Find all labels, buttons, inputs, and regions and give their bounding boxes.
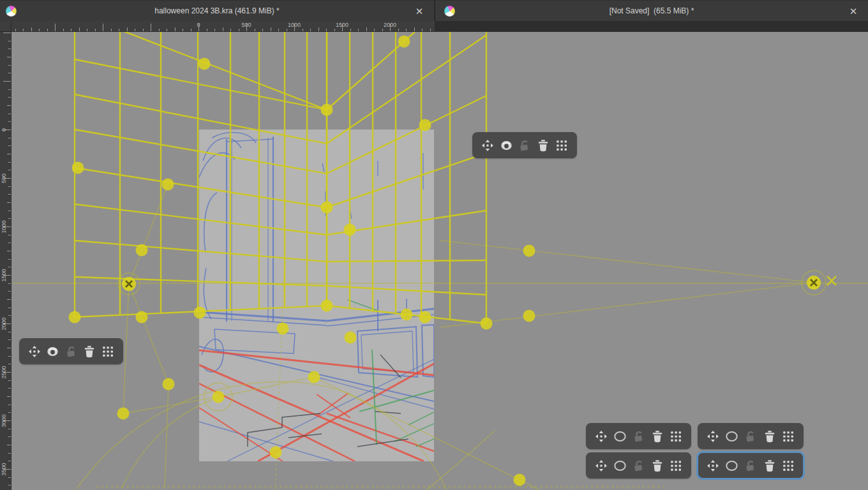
ruler-tick — [71, 29, 71, 31]
ruler-tick — [7, 396, 11, 397]
ruler-tick — [358, 29, 359, 31]
eye-icon[interactable] — [46, 345, 60, 359]
assistant-handle[interactable] — [419, 119, 431, 131]
ruler-tick — [8, 114, 11, 114]
assistant-handle[interactable] — [69, 311, 81, 323]
ruler-tick — [430, 29, 431, 31]
assistant-handle[interactable] — [344, 224, 356, 236]
ruler-tick — [95, 29, 96, 31]
canvas[interactable] — [0, 0, 868, 490]
assistant-handle[interactable] — [345, 332, 357, 344]
move-icon[interactable] — [27, 345, 41, 359]
ruler-tick — [366, 27, 367, 31]
lock-icon[interactable] — [518, 138, 532, 152]
assistant-handle[interactable] — [270, 447, 282, 459]
assistant-handle[interactable] — [321, 104, 333, 116]
vertical-ruler[interactable]: 0500100015002000250030003500 — [0, 32, 11, 490]
ruler-tick — [7, 251, 11, 251]
ruler-tick — [239, 29, 239, 31]
ruler-tick — [262, 29, 263, 31]
move-icon[interactable] — [706, 459, 720, 473]
assistant-editor-toolbar[interactable] — [586, 452, 691, 479]
assistant-handle[interactable] — [481, 318, 493, 330]
grid-icon[interactable] — [781, 429, 795, 443]
assistant-editor-toolbar[interactable] — [698, 452, 804, 479]
ruler-tick — [8, 194, 11, 195]
close-icon[interactable]: ✕ — [412, 4, 426, 19]
grid-icon[interactable] — [101, 345, 115, 359]
ruler-tick — [8, 477, 11, 478]
assistant-handle[interactable] — [523, 310, 535, 322]
ruler-tick — [334, 29, 335, 31]
move-icon[interactable] — [594, 429, 608, 443]
eye-icon[interactable] — [725, 429, 739, 443]
assistant-handle[interactable] — [136, 244, 148, 256]
assistant-handle[interactable] — [523, 245, 535, 257]
document-title: halloween 2024 3B.kra (461.9 MiB) * — [0, 1, 434, 22]
grid-icon[interactable] — [669, 429, 683, 443]
ruler-tick — [255, 29, 255, 31]
trash-icon[interactable] — [650, 429, 664, 443]
ruler-tick — [8, 436, 11, 437]
assistant-handle[interactable] — [194, 307, 206, 319]
ruler-tick — [8, 380, 11, 381]
assistant-handle[interactable] — [117, 408, 130, 420]
lock-icon[interactable] — [64, 345, 79, 359]
ruler-tick — [159, 29, 160, 31]
assistant-editor-toolbar[interactable] — [19, 338, 123, 364]
grid-icon[interactable] — [669, 459, 683, 473]
tab-notsaved-document[interactable]: [Not Saved] (65.5 MiB) * ✕ — [435, 1, 868, 22]
assistant-handle[interactable] — [321, 300, 333, 312]
eye-icon[interactable] — [613, 459, 627, 473]
assistant-handle[interactable] — [398, 36, 410, 48]
assistant-handle[interactable] — [277, 323, 289, 335]
eye-icon[interactable] — [613, 429, 627, 443]
move-icon[interactable] — [706, 429, 720, 443]
assistant-editor-toolbar[interactable] — [698, 423, 804, 449]
grid-icon[interactable] — [555, 138, 569, 152]
assistant-handle[interactable] — [514, 474, 526, 486]
lock-icon[interactable] — [632, 459, 646, 473]
lock-icon[interactable] — [632, 429, 646, 443]
trash-icon[interactable] — [763, 459, 777, 473]
ruler-tick — [119, 29, 119, 31]
move-icon[interactable] — [481, 138, 495, 152]
move-icon[interactable] — [594, 459, 608, 473]
assistant-handle[interactable] — [163, 378, 175, 390]
trash-icon[interactable] — [650, 459, 664, 473]
ruler-tick — [8, 211, 11, 211]
artwork-image — [199, 130, 434, 461]
ruler-corner — [0, 21, 11, 32]
close-icon[interactable]: ✕ — [846, 4, 860, 19]
ruler-tick — [7, 154, 11, 154]
ruler-tick — [8, 283, 11, 284]
assistant-handle[interactable] — [72, 162, 84, 174]
assistant-handle[interactable] — [213, 391, 225, 403]
trash-icon[interactable] — [536, 138, 550, 152]
assistant-handle[interactable] — [419, 311, 431, 323]
ruler-tick — [87, 29, 87, 31]
ruler-tick — [8, 138, 11, 138]
eye-icon[interactable] — [725, 459, 739, 473]
ruler-tick — [8, 73, 11, 73]
assistant-handle[interactable] — [136, 311, 148, 323]
lock-icon[interactable] — [744, 429, 758, 443]
assistant-handle[interactable] — [401, 309, 413, 321]
ruler-tick — [8, 412, 11, 413]
ruler-tick — [8, 218, 11, 219]
assistant-handle[interactable] — [308, 371, 320, 383]
assistant-handle[interactable] — [162, 179, 174, 191]
lock-icon[interactable] — [744, 459, 758, 473]
grid-icon[interactable] — [781, 459, 795, 473]
trash-icon[interactable] — [82, 345, 96, 359]
assistant-editor-toolbar[interactable] — [586, 423, 691, 449]
trash-icon[interactable] — [763, 429, 777, 443]
ruler-label: 3000 — [1, 412, 8, 431]
eye-icon[interactable] — [499, 138, 513, 152]
assistant-editor-toolbar[interactable] — [472, 132, 577, 158]
assistant-handle[interactable] — [321, 202, 333, 214]
horizontal-ruler[interactable]: 0500100015002000 — [11, 21, 435, 32]
tab-halloween-document[interactable]: halloween 2024 3B.kra (461.9 MiB) * ✕ — [0, 1, 434, 22]
assistant-handle[interactable] — [198, 58, 211, 70]
ruler-tick — [303, 29, 303, 31]
